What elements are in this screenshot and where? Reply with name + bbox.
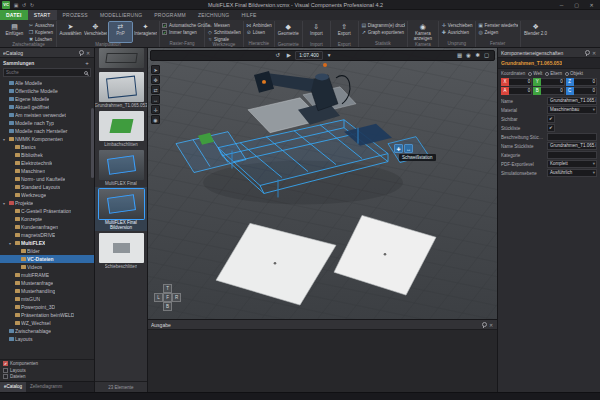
ribbon-tab[interactable]: HILFE (235, 10, 262, 20)
viewport-tool-button[interactable]: ◉ (151, 115, 160, 124)
always-snap-checkbox[interactable]: ✔Immer fangen (162, 29, 202, 35)
tree-item[interactable]: Musteranfrage (0, 279, 94, 287)
ribbon-tab[interactable]: MODELLIERUNG (94, 10, 148, 20)
select-button[interactable]: ➤Auswählen (59, 22, 82, 42)
ribbon-tab[interactable]: DATEI (0, 10, 28, 20)
view-right[interactable]: R (172, 293, 181, 302)
coordinate-mode-radio[interactable]: Welt (528, 71, 542, 76)
tree-item[interactable]: ▾ MultiFLEX (0, 239, 94, 247)
expander-icon[interactable]: ▾ (3, 137, 7, 142)
tree-item[interactable]: Videos (0, 263, 94, 271)
expander-icon[interactable]: ▾ (3, 201, 7, 206)
tree-scrollbar[interactable] (91, 108, 94, 178)
tree-item[interactable]: Layouts (0, 335, 94, 343)
tree-item[interactable]: Standard Layouts (0, 183, 94, 191)
tree-item[interactable]: Öffentliche Modelle (0, 87, 94, 95)
tree-item[interactable]: Zwischenablage (0, 327, 94, 335)
catalog-item[interactable]: Schiebeschlitten (95, 231, 147, 270)
tree-item[interactable]: Präsentation beinWELD (0, 311, 94, 319)
attach-button[interactable]: ⋈Anbinden (246, 22, 272, 28)
tree-item[interactable]: Modelle nach Hersteller (0, 127, 94, 135)
property-value[interactable]: Komplett (547, 160, 597, 168)
close-panel-icon[interactable]: ✕ (85, 50, 91, 56)
viewport-option-icon[interactable]: ▢ (482, 51, 491, 60)
geometry-button[interactable]: ◆Geometrie (277, 22, 300, 42)
tree-item[interactable]: Alle Modelle (0, 79, 94, 87)
close-panel-icon[interactable]: ✕ (591, 50, 597, 56)
catalog-item[interactable]: MultiFLEX Final Bildversion (95, 187, 147, 231)
interfaces-button[interactable]: ◇Schnittstellen (207, 29, 241, 35)
tree-item[interactable]: Kundenanfragen (0, 223, 94, 231)
viewport-3d[interactable]: ↺ ▶ 1:07.400 ▾ ▦◉✱▢ ➤✥⇄↔✛◉ ✚↔ Schweißsta… (148, 48, 497, 320)
catalog-item[interactable]: Limbachschlitten (95, 109, 147, 148)
copy-button[interactable]: ❐Kopieren (28, 29, 54, 35)
view-cube[interactable]: T LFR B (154, 284, 181, 311)
import-button[interactable]: ⇩Import (305, 22, 328, 42)
pin-icon[interactable] (480, 322, 486, 328)
property-value[interactable]: Ausführlich (547, 169, 597, 177)
ribbon-tab[interactable]: START (28, 10, 57, 20)
cut-button[interactable]: ✂Ausschneiden (28, 22, 54, 28)
tree-item[interactable]: Powerpoint_3D (0, 303, 94, 311)
coordinate-field[interactable]: Y 0 (533, 78, 564, 86)
auto-size-checkbox[interactable]: ✔Automatische Größe (162, 22, 202, 28)
property-value[interactable]: Maschinenbau (547, 106, 597, 114)
coordinate-field[interactable]: X 0 (501, 78, 532, 86)
coordinate-field[interactable]: B 0 (533, 87, 564, 95)
pin-icon[interactable] (583, 50, 589, 56)
expander-icon[interactable]: ▾ (9, 241, 13, 246)
tree-item[interactable]: WZ_Wechsel (0, 319, 94, 327)
pin-icon[interactable] (77, 50, 83, 56)
quick-access-icon[interactable]: ▣ (12, 2, 20, 8)
search-icon[interactable] (84, 71, 88, 75)
tree-item[interactable]: Bibliothek (0, 151, 94, 159)
filter-checkbox[interactable]: Dateien (3, 374, 91, 381)
view-top[interactable]: T (163, 284, 172, 293)
quick-access-icon[interactable]: ↻ (28, 2, 36, 8)
coordinate-field[interactable]: Z 0 (566, 78, 597, 86)
close-panel-icon[interactable]: ✕ (488, 322, 494, 328)
tree-item[interactable]: Bilder (0, 247, 94, 255)
move-button[interactable]: ✥Verschieben (84, 22, 107, 42)
tree-item[interactable]: multiFRAME (0, 271, 94, 279)
search-input[interactable] (6, 70, 82, 75)
tree-item[interactable]: Norm- und Kaufteile (0, 175, 94, 183)
ribbon-tab[interactable]: PROGRAMM (148, 10, 192, 20)
viewport-option-icon[interactable]: ◉ (464, 51, 473, 60)
origin-align-button[interactable]: ✚Ausrichten (441, 29, 473, 35)
coordinate-mode-radio[interactable]: Objekt (565, 71, 583, 76)
tree-item[interactable]: Konzepte (0, 215, 94, 223)
minimize-button[interactable]: ─ (555, 0, 568, 10)
catalog-item[interactable] (95, 48, 147, 70)
print-charts-button[interactable]: ▤Diagramm(e) drucken (361, 22, 405, 28)
viewport-tool-button[interactable]: ↔ (151, 95, 160, 104)
detach-button[interactable]: ⊘Lösen (246, 29, 272, 35)
restore-windows-button[interactable]: ▣Fenster wiederherstellen (478, 22, 518, 28)
close-button[interactable]: ✕ (585, 0, 598, 10)
coordinate-field[interactable]: C 0 (566, 87, 597, 95)
catalog-item[interactable]: MultiFLEX Final (95, 148, 147, 187)
tree-item[interactable]: Aktuell geöffnet (0, 103, 94, 111)
quick-access-icon[interactable]: ↺ (20, 2, 28, 8)
property-value[interactable]: ✔ (547, 115, 555, 123)
speed-dropdown-icon[interactable]: ▾ (325, 51, 334, 60)
view-bottom[interactable]: B (163, 302, 172, 311)
catalog-item[interactable]: Grundrahmen_T1.065.053 (95, 70, 147, 109)
tree-item[interactable]: Musterhandling (0, 287, 94, 295)
tree-item[interactable]: Werkzeuge (0, 191, 94, 199)
tree-item[interactable]: ▾ NMMK Komponenten (0, 135, 94, 143)
property-value[interactable]: Grundrahmen_T1.065.053 (547, 97, 597, 105)
maximize-button[interactable]: ▢ (570, 0, 583, 10)
property-value[interactable]: ✔ (547, 124, 555, 132)
tree-item[interactable]: Elektrotechnik (0, 159, 94, 167)
view-front[interactable]: F (163, 293, 172, 302)
tree-item[interactable]: ▾ Projekte (0, 199, 94, 207)
tree-item[interactable]: Am meisten verwendet (0, 111, 94, 119)
viewport-tool-button[interactable]: ⇄ (151, 85, 160, 94)
property-value[interactable]: Grundrahmen_T1.065.053 (547, 142, 597, 150)
viewport-tool-button[interactable]: ✛ (151, 105, 160, 114)
origin-move-button[interactable]: ✛Verschieben (441, 22, 473, 28)
tree-item[interactable]: Eigene Modelle (0, 95, 94, 103)
paste-button[interactable]: ▤ Einfügen (3, 22, 26, 42)
viewport-tool-button[interactable]: ✥ (151, 75, 160, 84)
